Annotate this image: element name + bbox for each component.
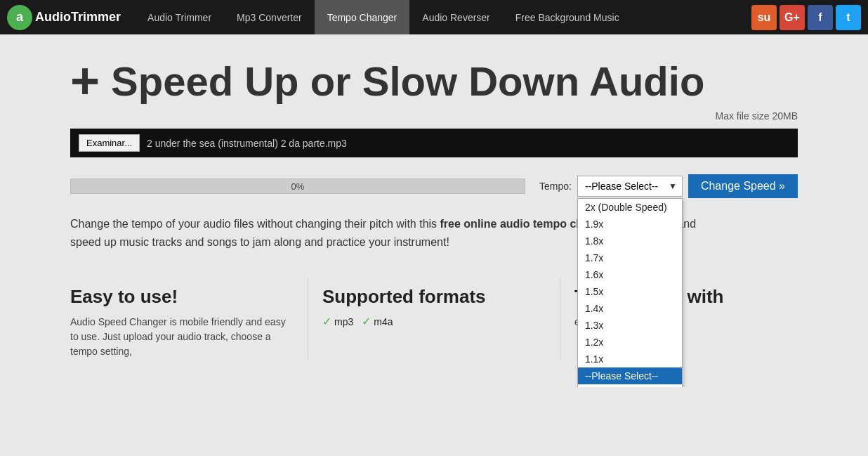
format-m4a: ✓ m4a	[362, 315, 393, 328]
nav-links: Audio Trimmer Mp3 Converter Tempo Change…	[135, 0, 751, 34]
dropdown-option-1.5x[interactable]: 1.5x	[578, 283, 682, 300]
checkmark-icon-2: ✓	[362, 315, 371, 328]
dropdown-option-1.3x[interactable]: 1.3x	[578, 317, 682, 334]
card-easy-title: Easy to use!	[70, 286, 294, 308]
dropdown-option-1.9x[interactable]: 1.9x	[578, 216, 682, 233]
checkmark-icon: ✓	[322, 315, 331, 328]
formats-list: ✓ mp3 ✓ m4a	[322, 315, 546, 328]
hero-plus-icon: +	[70, 56, 100, 106]
dropdown-option-0.9x[interactable]: 0.9x	[578, 384, 682, 387]
max-file-size: Max file size 20MB	[70, 110, 798, 122]
dropdown-option-1.8x[interactable]: 1.8x	[578, 233, 682, 249]
navbar: a AudioTrimmer Audio Trimmer Mp3 Convert…	[0, 0, 868, 34]
twitter-button[interactable]: t	[836, 5, 861, 30]
divider-1	[308, 279, 308, 359]
dropdown-option-please-select[interactable]: --Please Select--	[578, 367, 682, 384]
card-formats: Supported formats ✓ mp3 ✓ m4a	[322, 279, 546, 359]
dropdown-option-1.4x[interactable]: 1.4x	[578, 300, 682, 317]
controls-row: 0% Tempo: --Please Select-- 2x (Double S…	[70, 174, 798, 198]
nav-tempo-changer[interactable]: Tempo Changer	[315, 0, 410, 34]
dropdown-option-1.2x[interactable]: 1.2x	[578, 334, 682, 351]
format-mp3-label: mp3	[334, 316, 353, 327]
dropdown-option-1.6x[interactable]: 1.6x	[578, 266, 682, 283]
googleplus-button[interactable]: G+	[780, 5, 805, 30]
logo-icon: a	[7, 5, 32, 30]
cards-row: Easy to use! Audio Speed Changer is mobi…	[70, 279, 798, 359]
progress-label: 0%	[291, 181, 305, 192]
change-speed-button[interactable]: Change Speed »	[688, 174, 798, 198]
file-upload-bar: Examinar... 2 under the sea (instrumenta…	[70, 129, 798, 157]
tempo-section: Tempo: --Please Select-- 2x (Double Spee…	[539, 174, 798, 198]
browse-button[interactable]: Examinar...	[79, 134, 140, 152]
stumbleupon-button[interactable]: su	[751, 5, 777, 30]
dropdown-option-2x[interactable]: 2x (Double Speed)	[578, 199, 682, 216]
main-content: + Speed Up or Slow Down Audio Max file s…	[0, 34, 868, 387]
hero-section: + Speed Up or Slow Down Audio	[70, 56, 798, 106]
card-formats-title: Supported formats	[322, 286, 546, 308]
format-mp3: ✓ mp3	[322, 315, 353, 328]
dropdown-option-1.7x[interactable]: 1.7x	[578, 249, 682, 266]
social-buttons: su G+ f t	[751, 5, 861, 30]
file-name-display: 2 under the sea (instrumental) 2 da part…	[147, 138, 347, 149]
nav-free-bg-music[interactable]: Free Background Music	[503, 0, 632, 34]
logo[interactable]: a AudioTrimmer	[7, 5, 121, 30]
tempo-dropdown: 2x (Double Speed) 1.9x 1.8x 1.7x 1.6x 1.…	[577, 198, 683, 387]
tempo-select[interactable]: --Please Select-- 2x (Double Speed) 1.9x…	[577, 176, 683, 197]
logo-text: AudioTrimmer	[35, 10, 121, 25]
format-m4a-label: m4a	[374, 316, 393, 327]
card-easy-text: Audio Speed Changer is mobile friendly a…	[70, 315, 294, 359]
nav-mp3-converter[interactable]: Mp3 Converter	[224, 0, 315, 34]
nav-audio-trimmer[interactable]: Audio Trimmer	[135, 0, 224, 34]
facebook-button[interactable]: f	[808, 5, 833, 30]
tempo-label: Tempo:	[539, 181, 572, 192]
progress-bar: 0%	[70, 178, 525, 194]
description-prefix: Change the tempo of your audio files wit…	[70, 218, 440, 230]
nav-audio-reverser[interactable]: Audio Reverser	[409, 0, 503, 34]
dropdown-option-1.1x[interactable]: 1.1x	[578, 351, 682, 367]
divider-2	[560, 279, 560, 359]
tempo-select-wrapper: --Please Select-- 2x (Double Speed) 1.9x…	[577, 176, 683, 197]
page-title: Speed Up or Slow Down Audio	[111, 58, 704, 105]
card-easy-to-use: Easy to use! Audio Speed Changer is mobi…	[70, 279, 294, 359]
